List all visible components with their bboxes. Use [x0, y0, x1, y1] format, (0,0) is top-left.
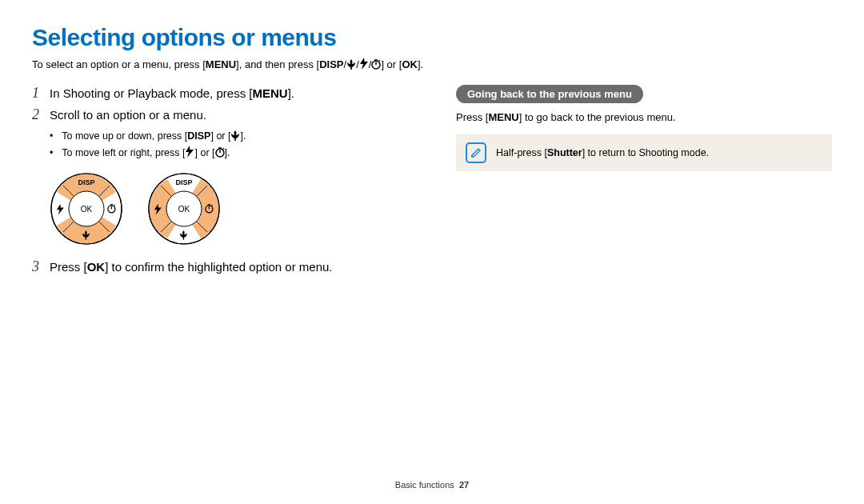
- dial-vertical: DISP OK: [50, 172, 123, 246]
- right-column: Going back to the previous menu Press [M…: [456, 85, 832, 280]
- step-1-text: In Shooting or Playback mode, press [MEN…: [50, 85, 294, 100]
- timer-icon: [371, 59, 381, 70]
- svg-text:DISP: DISP: [78, 178, 94, 186]
- flash-icon: [185, 146, 194, 158]
- note-box: Half-press [Shutter] to return to Shooti…: [456, 134, 832, 171]
- step-3-text: Press [OK] to confirm the highlighted op…: [50, 258, 333, 274]
- dial-diagram: DISP OK: [50, 172, 408, 246]
- svg-text:DISP: DISP: [175, 178, 192, 186]
- svg-text:OK: OK: [178, 205, 190, 214]
- svg-text:OK: OK: [81, 205, 93, 214]
- flash-icon: [359, 58, 369, 70]
- timer-icon: [215, 147, 225, 158]
- intro-text: To select an option or a menu, press [ME…: [32, 58, 832, 70]
- step-number: 2: [32, 106, 50, 123]
- subsection-header: Going back to the previous menu: [456, 85, 643, 103]
- left-column: 1 In Shooting or Playback mode, press [M…: [32, 85, 408, 280]
- step-number: 1: [32, 85, 50, 102]
- go-back-text: Press [MENU] to go back to the previous …: [456, 111, 832, 123]
- note-icon: [466, 142, 486, 163]
- page-title: Selecting options or menus: [32, 24, 832, 51]
- step-2-sublist: To move up or down, press [DISP] or []. …: [50, 128, 408, 162]
- note-text: Half-press [Shutter] to return to Shooti…: [496, 147, 709, 158]
- step-number: 3: [32, 258, 50, 275]
- step-2-text: Scroll to an option or a menu.: [50, 106, 206, 122]
- page-footer: Basic functions 27: [0, 480, 864, 490]
- macro-icon: [230, 130, 240, 141]
- macro-icon: [346, 59, 356, 70]
- dial-horizontal: DISP OK: [147, 172, 221, 246]
